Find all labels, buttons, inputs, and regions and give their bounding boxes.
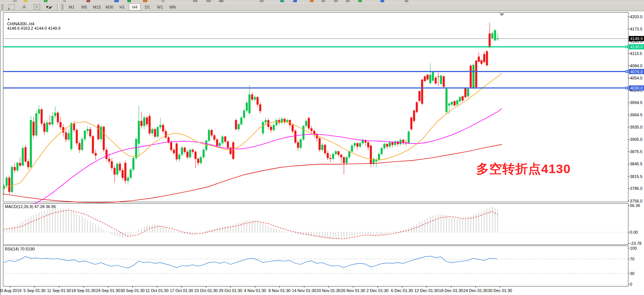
svg-text:3994.5: 3994.5 [630, 100, 643, 105]
svg-text:0: 0 [630, 282, 632, 286]
svg-text:18 Dec 01:30: 18 Dec 01:30 [439, 288, 463, 293]
svg-text:4054.0: 4054.0 [630, 76, 643, 80]
svg-text:3845.5: 3845.5 [630, 162, 643, 166]
collapse-triangle-icon[interactable]: ▼ [7, 18, 10, 21]
rsi-panel[interactable] [3, 246, 628, 286]
svg-text:4203.0: 4203.0 [630, 14, 643, 19]
price-label-text: 4130.0 [630, 45, 643, 49]
svg-text:0.00: 0.00 [630, 230, 638, 234]
price-axis: 4203.04173.54143.54113.54084.04054.04024… [628, 14, 643, 286]
price-label-text: 4030.0 [630, 86, 643, 90]
svg-text:70: 70 [630, 257, 634, 261]
chart-annotation-text: 多空转折点4130 [476, 161, 571, 178]
svg-text:26 Nov 01:30: 26 Nov 01:30 [341, 288, 365, 293]
svg-text:-23.78: -23.78 [630, 241, 641, 246]
macd-indicator-title: MACD(12,26,9) 47.28 36.95 [5, 204, 56, 209]
svg-text:30: 30 [630, 271, 634, 276]
svg-text:3786.0: 3786.0 [630, 186, 643, 191]
svg-text:3875.5: 3875.5 [630, 149, 643, 154]
svg-text:20 Nov 01:30: 20 Nov 01:30 [316, 288, 340, 293]
svg-text:4084.0: 4084.0 [630, 64, 643, 68]
line-handle-dot [626, 87, 627, 88]
line-handle-dot [626, 71, 627, 72]
chart-canvas[interactable]: 4203.04173.54143.54113.54084.04054.04024… [0, 0, 644, 295]
line-handle-dot [626, 46, 627, 47]
svg-text:4113.5: 4113.5 [630, 51, 642, 56]
svg-text:29 Oct 01:30: 29 Oct 01:30 [219, 288, 242, 293]
svg-text:30 Sep 01:30: 30 Sep 01:30 [120, 288, 144, 293]
date-axis: 30 Aug 20195 Sep 01:3011 Sep 01:3018 Sep… [0, 286, 512, 293]
svg-text:3905.0: 3905.0 [630, 137, 643, 142]
svg-text:24 Sep 01:30: 24 Sep 01:30 [96, 288, 120, 293]
svg-text:4 Nov 01:30: 4 Nov 01:30 [244, 288, 266, 293]
svg-text:4173.5: 4173.5 [630, 27, 643, 31]
svg-text:14 Nov 01:30: 14 Nov 01:30 [292, 288, 316, 293]
svg-text:3964.5: 3964.5 [630, 113, 643, 117]
rsi-indicator-title: RSI(14) 70.5190 [5, 247, 35, 251]
svg-text:3815.5: 3815.5 [630, 174, 643, 179]
svg-text:8 Nov 01:30: 8 Nov 01:30 [268, 288, 290, 293]
svg-text:3756.0: 3756.0 [630, 199, 643, 203]
svg-text:5 Sep 01:30: 5 Sep 01:30 [23, 288, 45, 293]
price-label-text: 4149.9 [630, 36, 643, 41]
svg-text:56.36: 56.36 [630, 203, 640, 208]
svg-text:30 Aug 2019: 30 Aug 2019 [0, 288, 22, 293]
svg-text:2 Dec 01:30: 2 Dec 01:30 [366, 288, 388, 293]
svg-text:12 Dec 01:30: 12 Dec 01:30 [414, 288, 438, 293]
svg-text:6 Dec 01:30: 6 Dec 01:30 [391, 288, 413, 293]
svg-text:18 Sep 01:30: 18 Sep 01:30 [71, 288, 95, 293]
svg-text:11 Sep 01:30: 11 Sep 01:30 [47, 288, 71, 293]
price-label-text: 4070.0 [630, 69, 643, 74]
symbol-label: CHINA300-,H4 [7, 22, 34, 26]
svg-text:3935.0: 3935.0 [630, 125, 643, 129]
macd-panel[interactable] [3, 204, 628, 245]
ohlc-values: 4148.6 4163.2 4144.0 4149.9 [7, 26, 61, 30]
svg-text:11 Oct 01:30: 11 Oct 01:30 [146, 288, 169, 293]
svg-text:100: 100 [630, 246, 637, 250]
svg-text:17 Oct 01:30: 17 Oct 01:30 [170, 288, 193, 293]
svg-text:30 Dec 01:30: 30 Dec 01:30 [488, 288, 512, 293]
symbol-ohlc-line: ▼ CHINA300-,H4 4148.6 4163.2 4144.0 4149… [5, 13, 61, 30]
svg-text:24 Dec 01:30: 24 Dec 01:30 [463, 288, 487, 293]
svg-text:23 Oct 01:30: 23 Oct 01:30 [194, 288, 218, 293]
